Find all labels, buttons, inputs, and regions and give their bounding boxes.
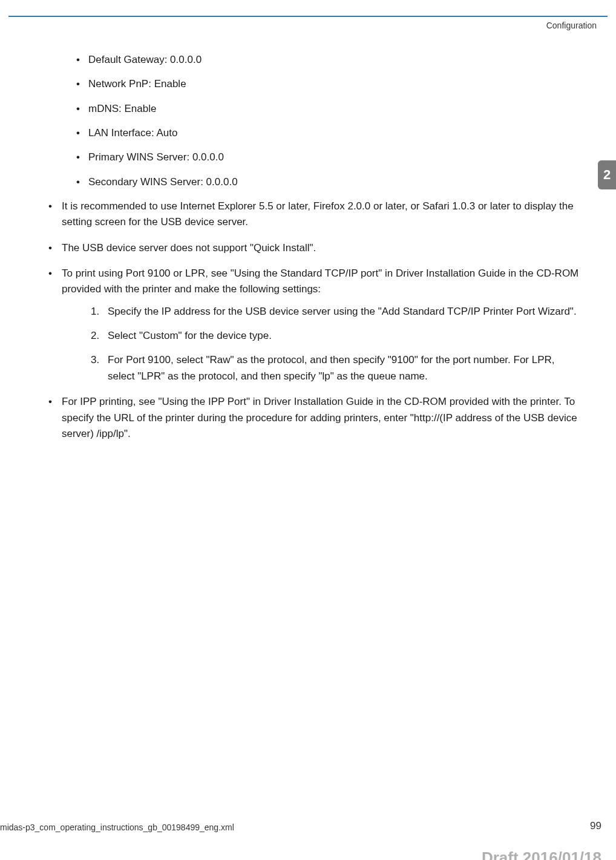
list-item-text: Secondary WINS Server: 0.0.0.0 xyxy=(88,176,238,188)
list-item-text: The USB device server does not support "… xyxy=(62,242,316,254)
list-item: To print using Port 9100 or LPR, see "Us… xyxy=(48,266,583,384)
list-item-text: LAN Interface: Auto xyxy=(88,127,177,139)
list-item-text: Primary WINS Server: 0.0.0.0 xyxy=(88,151,224,163)
footer-filename: midas-p3_com_operating_instructions_gb_0… xyxy=(0,822,234,832)
content-area: Default Gateway: 0.0.0.0 Network PnP: En… xyxy=(8,17,608,442)
list-item-text: Specify the IP address for the USB devic… xyxy=(108,306,577,317)
list-item: 2.Select "Custom" for the device type. xyxy=(91,328,583,344)
list-item-text: Default Gateway: 0.0.0.0 xyxy=(88,54,202,65)
chapter-number: 2 xyxy=(603,167,611,183)
list-item-text: For IPP printing, see "Using the IPP Por… xyxy=(62,396,577,439)
list-number: 2. xyxy=(91,328,99,344)
list-item: 1.Specify the IP address for the USB dev… xyxy=(91,304,583,320)
inner-bullet-list: Default Gateway: 0.0.0.0 Network PnP: En… xyxy=(33,52,583,190)
list-number: 1. xyxy=(91,304,99,320)
list-number: 3. xyxy=(91,352,99,368)
list-item: Network PnP: Enable xyxy=(76,76,583,92)
chapter-tab: 2 xyxy=(598,160,616,189)
draft-stamp: Draft 2016/01/18 xyxy=(482,849,601,860)
footer-page-number: 99 xyxy=(590,820,601,832)
list-item-text: For Port 9100, select "Raw" as the proto… xyxy=(108,354,555,381)
list-item: For IPP printing, see "Using the IPP Por… xyxy=(48,394,583,442)
list-item-text: mDNS: Enable xyxy=(88,103,156,114)
list-item: Default Gateway: 0.0.0.0 xyxy=(76,52,583,68)
list-item: LAN Interface: Auto xyxy=(76,125,583,141)
list-item-text: Select "Custom" for the device type. xyxy=(108,330,272,341)
list-item-text: It is recommended to use Internet Explor… xyxy=(62,200,574,228)
list-item-text: Network PnP: Enable xyxy=(88,78,186,90)
list-item-text: To print using Port 9100 or LPR, see "Us… xyxy=(62,268,578,295)
outer-bullet-list: It is recommended to use Internet Explor… xyxy=(33,199,583,442)
numbered-list: 1.Specify the IP address for the USB dev… xyxy=(62,304,583,384)
section-header: Configuration xyxy=(546,21,597,30)
list-item: The USB device server does not support "… xyxy=(48,240,583,256)
list-item: 3.For Port 9100, select "Raw" as the pro… xyxy=(91,352,583,384)
page-container: Configuration 2 Default Gateway: 0.0.0.0… xyxy=(0,16,616,860)
list-item: mDNS: Enable xyxy=(76,101,583,117)
list-item: Secondary WINS Server: 0.0.0.0 xyxy=(76,174,583,190)
list-item: It is recommended to use Internet Explor… xyxy=(48,199,583,231)
list-item: Primary WINS Server: 0.0.0.0 xyxy=(76,149,583,165)
